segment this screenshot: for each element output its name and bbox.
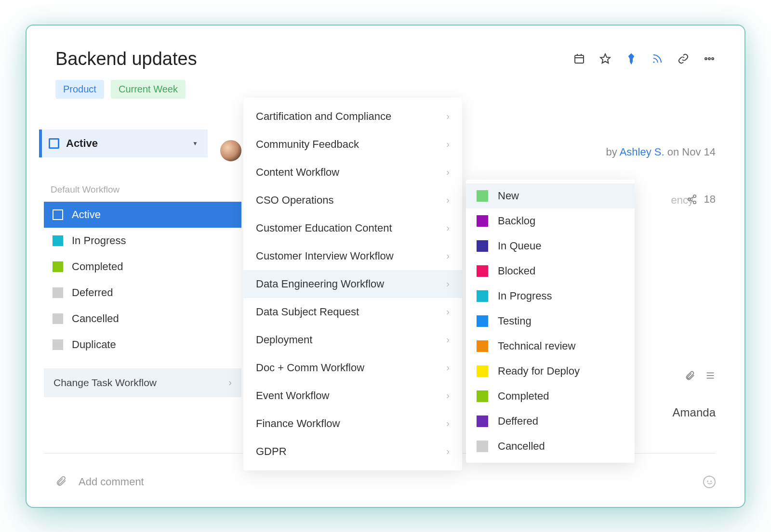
status-swatch: [477, 365, 488, 377]
share-count-value: 18: [704, 193, 716, 206]
workflow-item-label: Customer Education Content: [256, 222, 392, 234]
workflow-item-label: Content Workflow: [256, 166, 339, 179]
submenu-item-label: Completed: [498, 390, 549, 402]
emoji-icon[interactable]: [703, 476, 716, 488]
status-item[interactable]: Completed: [44, 254, 241, 280]
chevron-right-icon: ›: [446, 111, 450, 122]
chevron-right-icon: ›: [446, 139, 450, 150]
workflow-menu-item[interactable]: Content Workflow›: [243, 158, 462, 186]
pin-icon[interactable]: [625, 52, 638, 65]
status-item[interactable]: Duplicate: [44, 332, 241, 358]
comment-input[interactable]: Add comment: [79, 476, 691, 488]
workflow-menu-item[interactable]: Data Subject Request›: [243, 298, 462, 326]
tag-current-week[interactable]: Current Week: [111, 80, 186, 99]
status-submenu: NewBacklogIn QueueBlockedIn ProgressTest…: [466, 180, 635, 463]
tag-product[interactable]: Product: [55, 80, 104, 99]
status-box-icon: [49, 138, 59, 149]
submenu-item[interactable]: Testing: [466, 309, 635, 334]
workflow-menu-item[interactable]: Data Engineering Workflow›: [243, 270, 462, 298]
workflow-item-label: GDPR: [256, 445, 287, 458]
submenu-item[interactable]: In Queue: [466, 234, 635, 259]
status-swatch: [53, 339, 63, 350]
byline-prefix: by: [606, 146, 620, 158]
assignee-name[interactable]: Amanda: [673, 406, 716, 419]
chevron-right-icon: ›: [446, 195, 450, 206]
status-swatch: [477, 290, 488, 302]
status-swatch: [53, 287, 63, 298]
submenu-item[interactable]: Deffered: [466, 409, 635, 434]
workflow-menu-item[interactable]: Customer Education Content›: [243, 214, 462, 242]
status-item[interactable]: Active: [44, 202, 241, 228]
submenu-item-label: Cancelled: [498, 440, 545, 453]
status-swatch: [477, 315, 488, 327]
share-count[interactable]: 18: [687, 193, 716, 206]
status-dropdown-label: Active: [66, 137, 186, 150]
submenu-item[interactable]: Technical review: [466, 334, 635, 359]
svg-point-6: [705, 58, 707, 60]
workflow-item-label: CSO Operations: [256, 194, 333, 207]
submenu-item[interactable]: Completed: [466, 384, 635, 409]
svg-point-7: [708, 58, 710, 60]
workflow-menu-item[interactable]: CSO Operations›: [243, 186, 462, 214]
workflow-menu-item[interactable]: Deployment›: [243, 326, 462, 354]
paperclip-icon[interactable]: [685, 370, 695, 383]
status-item-label: Cancelled: [72, 312, 119, 325]
more-icon[interactable]: [703, 52, 716, 65]
status-item[interactable]: Deferred: [44, 280, 241, 306]
workflow-menu-item[interactable]: Event Workflow›: [243, 382, 462, 410]
page-title: Backend updates: [55, 49, 197, 69]
star-icon[interactable]: [599, 52, 611, 65]
list-icon[interactable]: [705, 370, 716, 383]
submenu-item-label: Deffered: [498, 415, 538, 428]
workflow-item-label: Data Engineering Workflow: [256, 278, 384, 290]
status-dropdown[interactable]: Active ▼: [39, 130, 208, 157]
status-swatch: [53, 209, 63, 220]
byline-author[interactable]: Ashley S.: [620, 146, 665, 158]
svg-point-8: [712, 58, 714, 60]
task-header: Backend updates: [27, 26, 744, 99]
submenu-item-label: Technical review: [498, 340, 575, 352]
change-workflow-button[interactable]: Change Task Workflow ›: [44, 368, 241, 397]
chevron-right-icon: ›: [446, 306, 450, 317]
header-top-row: Backend updates: [55, 49, 716, 69]
link-icon[interactable]: [677, 52, 690, 65]
workflow-menu-item[interactable]: Customer Interview Workflow›: [243, 242, 462, 270]
chevron-right-icon: ›: [446, 446, 450, 457]
status-swatch: [53, 235, 63, 246]
byline-suffix: on Nov 14: [665, 146, 716, 158]
submenu-item-label: New: [498, 190, 519, 202]
submenu-item-label: Blocked: [498, 265, 535, 277]
rss-icon[interactable]: [651, 52, 664, 65]
avatar[interactable]: [219, 139, 242, 162]
workflow-menu-item[interactable]: Cartification and Compliance›: [243, 103, 462, 130]
status-swatch: [477, 340, 488, 352]
submenu-item-label: Testing: [498, 315, 532, 327]
chevron-right-icon: ›: [446, 278, 450, 289]
status-left-panel: Default Workflow ActiveIn ProgressComple…: [44, 174, 241, 397]
status-item[interactable]: In Progress: [44, 228, 241, 254]
comment-bar: Add comment: [55, 475, 716, 489]
submenu-item[interactable]: Backlog: [466, 208, 635, 234]
task-window: Backend updates: [27, 26, 744, 507]
chevron-right-icon: ›: [446, 362, 450, 373]
svg-rect-0: [575, 55, 584, 63]
submenu-item[interactable]: Ready for Deploy: [466, 359, 635, 384]
status-selector-row: Active ▼: [39, 130, 208, 157]
svg-point-9: [693, 195, 696, 197]
attach-menu: [685, 370, 716, 383]
workflow-menu-item[interactable]: Doc + Comm Workflow›: [243, 354, 462, 382]
submenu-item[interactable]: Cancelled: [466, 434, 635, 459]
status-swatch: [477, 415, 488, 427]
workflow-item-label: Customer Interview Workflow: [256, 250, 394, 262]
submenu-item[interactable]: Blocked: [466, 259, 635, 284]
submenu-item[interactable]: In Progress: [466, 284, 635, 309]
status-item[interactable]: Cancelled: [44, 306, 241, 332]
attachment-icon[interactable]: [55, 475, 67, 489]
workflow-menu-item[interactable]: GDPR›: [243, 438, 462, 466]
submenu-item[interactable]: New: [466, 183, 635, 208]
change-workflow-label: Change Task Workflow: [53, 377, 157, 389]
workflow-menu-item[interactable]: Community Feedback›: [243, 130, 462, 158]
calendar-icon[interactable]: [573, 52, 585, 65]
status-swatch: [477, 240, 488, 252]
workflow-menu-item[interactable]: Finance Workflow›: [243, 410, 462, 438]
